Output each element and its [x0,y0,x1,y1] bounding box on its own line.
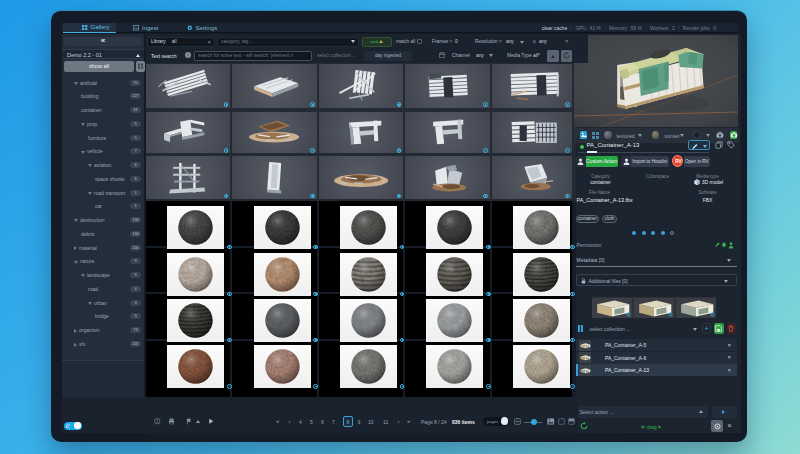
svg-text:drag: drag [647,425,657,430]
